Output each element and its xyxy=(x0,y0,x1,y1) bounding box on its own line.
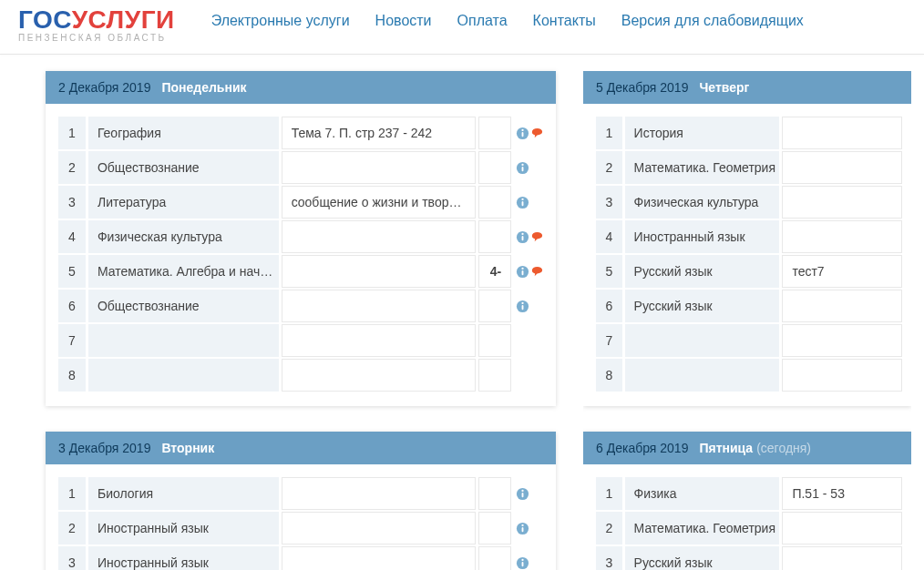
lesson-number: 1 xyxy=(596,117,622,149)
day-block-thursday: 5 Декабря 2019Четверг1История2Математика… xyxy=(583,71,911,406)
lesson-homework xyxy=(282,546,477,570)
lesson-number: 5 xyxy=(596,255,622,288)
lesson-row: 1Биология xyxy=(58,477,547,510)
lesson-subject: Обществознание xyxy=(88,151,279,184)
day-of-week: Пятница xyxy=(699,441,753,455)
day-header: 3 Декабря 2019Вторник xyxy=(46,432,556,464)
info-icon[interactable] xyxy=(516,556,529,570)
info-icon[interactable] xyxy=(516,522,529,535)
lesson-subject: Русский язык xyxy=(625,255,780,288)
info-icon[interactable] xyxy=(516,300,529,313)
nav-payment[interactable]: Оплата xyxy=(457,13,508,29)
lesson-homework xyxy=(782,186,902,219)
lesson-grade xyxy=(478,546,511,570)
lesson-row: 6Обществознание xyxy=(58,290,547,322)
lesson-row: 4Иностранный язык xyxy=(596,220,902,253)
lesson-grade xyxy=(478,117,511,149)
lesson-icons xyxy=(514,186,547,219)
lesson-row: 2Математика. Геометрия xyxy=(596,512,902,545)
lesson-icons xyxy=(514,220,547,253)
lesson-subject xyxy=(625,359,780,392)
lesson-row: 2Математика. Геометрия xyxy=(596,151,902,184)
lesson-row: 1История xyxy=(596,117,902,149)
lesson-grade xyxy=(478,290,511,322)
lesson-subject xyxy=(88,359,279,392)
lesson-homework xyxy=(782,117,902,149)
lesson-subject: Иностранный язык xyxy=(625,220,780,253)
day-body: 1ФизикаП.51 - 532Математика. Геометрия3Р… xyxy=(583,464,911,570)
lesson-homework xyxy=(282,359,477,392)
lesson-subject: Русский язык xyxy=(625,290,780,322)
info-icon[interactable] xyxy=(516,196,529,209)
svg-point-17 xyxy=(522,301,524,303)
lesson-number: 5 xyxy=(58,255,86,288)
svg-rect-19 xyxy=(522,493,524,497)
day-of-week: Четверг xyxy=(699,80,749,95)
lesson-number: 2 xyxy=(596,512,622,545)
lesson-subject xyxy=(88,324,279,357)
day-block-friday: 6 Декабря 2019Пятница (сегодня)1ФизикаП.… xyxy=(583,432,911,570)
comment-icon[interactable] xyxy=(530,265,544,279)
svg-point-5 xyxy=(522,163,524,165)
lesson-subject: Иностранный язык xyxy=(88,512,279,545)
logo-gos: ГОС xyxy=(18,5,72,34)
nav-news[interactable]: Новости xyxy=(375,13,432,29)
nav-services[interactable]: Электронные услуги xyxy=(211,13,350,29)
lesson-row: 8 xyxy=(596,359,902,392)
nav-contacts[interactable]: Контакты xyxy=(533,13,596,29)
lesson-number: 2 xyxy=(596,151,622,184)
lesson-subject: История xyxy=(625,117,780,149)
logo[interactable]: ГОСУСЛУГИ ПЕНЗЕНСКАЯ ОБЛАСТЬ xyxy=(18,7,175,43)
lesson-icons xyxy=(514,512,547,545)
lesson-subject: Биология xyxy=(88,477,279,510)
lesson-subject: Физическая культура xyxy=(88,220,279,253)
right-column: 5 Декабря 2019Четверг1История2Математика… xyxy=(583,71,911,570)
comment-icon[interactable] xyxy=(530,230,544,244)
lesson-homework xyxy=(282,512,477,545)
comment-icon[interactable] xyxy=(530,127,544,140)
svg-point-11 xyxy=(522,232,524,234)
svg-rect-7 xyxy=(522,201,524,206)
svg-point-8 xyxy=(522,198,524,199)
lesson-number: 6 xyxy=(58,290,86,322)
lesson-number: 3 xyxy=(58,186,86,219)
lesson-grade xyxy=(478,359,511,392)
info-icon[interactable] xyxy=(516,265,529,279)
lesson-number: 4 xyxy=(58,220,86,253)
day-block-tuesday: 3 Декабря 2019Вторник1Биология2Иностранн… xyxy=(46,432,556,570)
lesson-icons xyxy=(514,359,547,392)
info-icon[interactable] xyxy=(516,230,529,244)
nav-accessibility[interactable]: Версия для слабовидящих xyxy=(621,13,804,29)
lesson-icons xyxy=(514,117,547,149)
day-of-week: Понедельник xyxy=(161,80,246,95)
lesson-row: 3Русский язык xyxy=(596,546,902,570)
lesson-number: 1 xyxy=(58,117,86,149)
logo-usl: УСЛУГИ xyxy=(72,5,175,34)
lesson-row: 3Физическая культура xyxy=(596,186,902,219)
logo-subtitle: ПЕНЗЕНСКАЯ ОБЛАСТЬ xyxy=(18,34,175,43)
info-icon[interactable] xyxy=(516,127,529,140)
day-of-week: Вторник xyxy=(161,441,214,455)
lesson-homework xyxy=(282,324,477,357)
left-column: 2 Декабря 2019Понедельник1ГеографияТема … xyxy=(46,71,556,570)
lesson-grade xyxy=(478,186,511,219)
day-header: 5 Декабря 2019Четверг xyxy=(583,71,911,104)
logo-wordmark: ГОСУСЛУГИ xyxy=(18,7,175,33)
info-icon[interactable] xyxy=(516,487,529,501)
lesson-grade xyxy=(478,477,511,510)
lesson-row: 2Обществознание xyxy=(58,151,547,184)
lesson-homework xyxy=(282,151,477,184)
lesson-row: 4Физическая культура xyxy=(58,220,547,253)
lesson-homework xyxy=(782,324,902,357)
lesson-row: 3Литературасообщение о жизни и твор… xyxy=(58,186,547,219)
lesson-number: 7 xyxy=(58,324,86,357)
lesson-number: 2 xyxy=(58,151,86,184)
lesson-grade xyxy=(478,151,511,184)
day-block-monday: 2 Декабря 2019Понедельник1ГеографияТема … xyxy=(46,71,556,406)
day-body: 1История2Математика. Геометрия3Физическа… xyxy=(583,104,911,406)
lesson-row: 8 xyxy=(58,359,547,392)
lesson-grade xyxy=(478,324,511,357)
info-icon[interactable] xyxy=(516,161,529,175)
lesson-homework xyxy=(282,255,477,288)
lesson-row: 3Иностранный язык xyxy=(58,546,547,570)
